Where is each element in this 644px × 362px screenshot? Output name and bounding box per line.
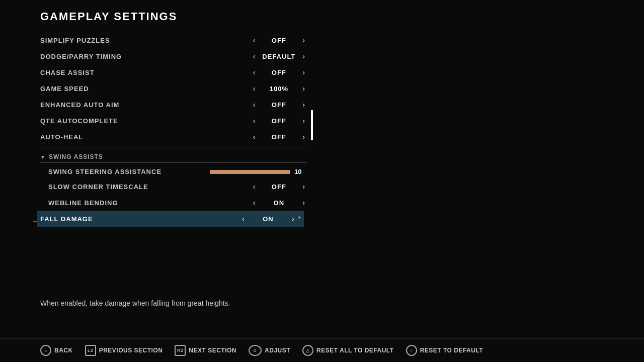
arrow-right-dodge-parry[interactable]: › [300,51,307,61]
control-previous-section: L2 PREVIOUS SECTION [85,345,163,356]
arrow-left-game-speed[interactable]: ‹ [251,83,258,94]
swing-assists-section-container: SWING ASSISTS [40,147,307,163]
value-control-webline-bending: ‹ ON › [251,198,307,208]
value-control-auto-heal: ‹ OFF › [251,132,307,142]
settings-list: SIMPLIFY PUZZLES ‹ OFF › DODGE/PARRY TIM… [40,32,307,227]
settings-area: GAMEPLAY SETTINGS SIMPLIFY PUZZLES ‹ OFF… [0,0,644,288]
arrow-right-qte-autocomplete[interactable]: › [300,116,307,126]
arrow-left-dodge-parry[interactable]: ‹ [251,51,258,61]
arrow-right-game-speed[interactable]: › [300,83,307,94]
arrow-right-enhanced-auto-aim[interactable]: › [300,100,307,110]
triangle-icon: △ [302,345,313,356]
control-adjust: ⊙ ADJUST [249,345,290,356]
arrow-left-enhanced-auto-aim[interactable]: ‹ [251,100,258,110]
setting-row-fall-damage[interactable]: FALL DAMAGE ‹ ON › * [37,211,304,227]
setting-value-fall-damage: ON [251,215,286,223]
setting-label-dodge-parry: DODGE/PARRY TIMING [40,53,251,60]
section-divider-bottom [40,162,307,163]
setting-value-auto-heal: OFF [261,133,296,141]
scrollbar-thumb[interactable] [311,110,313,140]
setting-label-slow-corner: SLOW CORNER TIMESCALE [48,183,251,191]
back-label: BACK [54,347,73,354]
arrow-left-chase-assist[interactable]: ‹ [251,67,258,77]
adjust-label: ADJUST [265,347,290,354]
arrow-left-simplify-puzzles[interactable]: ‹ [251,35,258,45]
arrow-left-qte-autocomplete[interactable]: ‹ [251,116,258,126]
back-icon: ○ [40,345,51,356]
setting-value-slow-corner: OFF [261,183,296,191]
control-reset-to-default: ○ RESET TO DEFAULT [406,345,484,356]
value-control-simplify-puzzles: ‹ OFF › [251,35,307,45]
setting-label-chase-assist: CHASE ASSIST [40,69,251,76]
slider-value-swing-steering: 10 [294,168,307,175]
arrow-left-auto-heal[interactable]: ‹ [251,132,258,142]
slider-container-swing-steering: 10 [210,168,307,175]
value-control-fall-damage: ‹ ON › [240,214,296,224]
bottom-bar: ○ BACK L2 PREVIOUS SECTION R2 NEXT SECTI… [0,338,644,362]
main-container: GAMEPLAY SETTINGS SIMPLIFY PUZZLES ‹ OFF… [0,0,644,362]
value-control-slow-corner: ‹ OFF › [251,182,307,192]
l2-icon: L2 [85,345,96,356]
circle-icon: ○ [406,345,417,356]
setting-value-dodge-parry: DEFAULT [261,53,296,60]
r2-icon: R2 [175,345,186,356]
arrow-right-chase-assist[interactable]: › [300,67,307,77]
arrow-left-fall-damage[interactable]: ‹ [240,214,247,224]
adjust-icon: ⊙ [249,345,262,356]
setting-row-simplify-puzzles[interactable]: SIMPLIFY PUZZLES ‹ OFF › [40,32,307,48]
value-control-game-speed: ‹ 100% › [251,83,307,94]
setting-label-fall-damage: FALL DAMAGE [40,215,240,223]
setting-value-enhanced-auto-aim: OFF [261,101,296,109]
page-title: GAMEPLAY SETTINGS [40,10,307,23]
arrow-right-auto-heal[interactable]: › [300,132,307,142]
setting-label-webline-bending: WEBLINE BENDING [48,199,251,207]
setting-value-webline-bending: ON [261,199,296,207]
setting-row-qte-autocomplete[interactable]: QTE AUTOCOMPLETE ‹ OFF › [40,113,307,129]
control-next-section: R2 NEXT SECTION [175,345,236,356]
value-control-qte-autocomplete: ‹ OFF › [251,116,307,126]
slider-track-swing-steering[interactable] [210,170,290,174]
reset-to-default-label: RESET TO DEFAULT [420,347,484,354]
value-control-dodge-parry: ‹ DEFAULT › [251,51,307,61]
setting-value-chase-assist: OFF [261,69,296,76]
control-reset-all: △ RESET ALL TO DEFAULT [302,345,394,356]
setting-row-dodge-parry[interactable]: DODGE/PARRY TIMING ‹ DEFAULT › [40,48,307,64]
arrow-left-webline-bending[interactable]: ‹ [251,198,258,208]
setting-value-simplify-puzzles: OFF [261,37,296,44]
slider-fill-swing-steering [210,170,290,174]
settings-panel: GAMEPLAY SETTINGS SIMPLIFY PUZZLES ‹ OFF… [40,10,307,283]
arrow-right-fall-damage[interactable]: › [290,214,296,224]
reset-all-label: RESET ALL TO DEFAULT [316,347,394,354]
setting-label-simplify-puzzles: SIMPLIFY PUZZLES [40,37,251,44]
setting-label-enhanced-auto-aim: ENHANCED AUTO AIM [40,101,251,109]
control-back: ○ BACK [40,345,73,356]
modified-indicator-fall-damage: * [298,215,301,223]
setting-row-slow-corner[interactable]: SLOW CORNER TIMESCALE ‹ OFF › [40,178,307,195]
setting-value-game-speed: 100% [261,85,296,93]
setting-label-qte-autocomplete: QTE AUTOCOMPLETE [40,117,251,125]
setting-label-auto-heal: AUTO-HEAL [40,133,251,141]
description-area: When enabled, take damage when falling f… [0,288,644,338]
setting-row-auto-heal[interactable]: AUTO-HEAL ‹ OFF › [40,129,307,145]
arrow-left-slow-corner[interactable]: ‹ [251,182,258,192]
setting-value-qte-autocomplete: OFF [261,117,296,125]
previous-section-label: PREVIOUS SECTION [99,347,163,354]
value-control-chase-assist: ‹ OFF › [251,67,307,77]
setting-row-webline-bending[interactable]: WEBLINE BENDING ‹ ON › [40,195,307,211]
value-control-enhanced-auto-aim: ‹ OFF › [251,100,307,110]
setting-row-chase-assist[interactable]: CHASE ASSIST ‹ OFF › [40,64,307,80]
arrow-right-simplify-puzzles[interactable]: › [300,35,307,45]
setting-label-swing-steering: SWING STEERING ASSISTANCE [48,168,210,175]
arrow-right-webline-bending[interactable]: › [300,198,307,208]
arrow-right-slow-corner[interactable]: › [300,182,307,192]
swing-assists-header: SWING ASSISTS [40,149,307,162]
setting-row-swing-steering[interactable]: SWING STEERING ASSISTANCE 10 [40,165,307,178]
setting-label-game-speed: GAME SPEED [40,85,251,93]
setting-row-enhanced-auto-aim[interactable]: ENHANCED AUTO AIM ‹ OFF › [40,97,307,113]
next-section-label: NEXT SECTION [189,347,236,354]
section-divider-top [40,147,307,147]
description-text: When enabled, take damage when falling f… [40,298,604,309]
setting-row-game-speed[interactable]: GAME SPEED ‹ 100% › [40,80,307,97]
